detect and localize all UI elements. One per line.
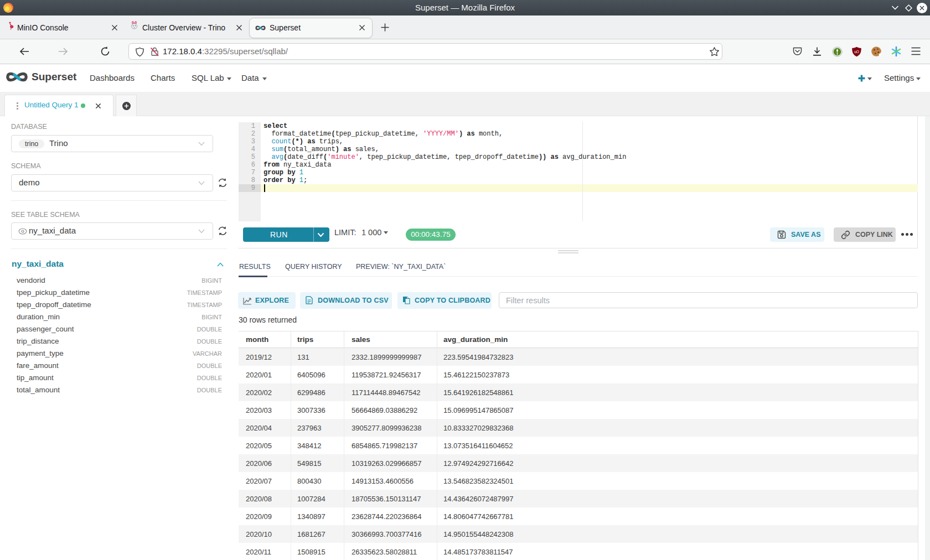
svg-text:uO: uO	[854, 50, 859, 54]
